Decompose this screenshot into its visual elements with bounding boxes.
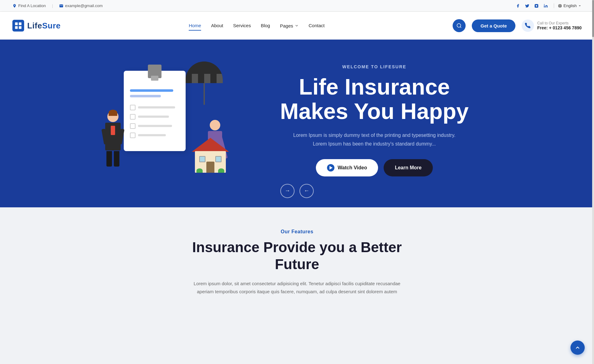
top-bar-left: Find A Location | example@gmail.com [12, 3, 103, 8]
chevron-down-icon [578, 4, 582, 8]
nav-item-contact[interactable]: Contact [309, 23, 325, 28]
logo-icon [12, 20, 24, 32]
svg-point-9 [457, 23, 461, 27]
svg-rect-5 [15, 23, 18, 25]
svg-line-10 [460, 27, 461, 28]
get-quote-button[interactable]: Get a Quote [472, 19, 515, 32]
nav-link-blog[interactable]: Blog [261, 21, 270, 30]
house-door [206, 162, 214, 173]
hero-title: Life Insurance Makes You Happy [254, 75, 495, 124]
features-section: Our Features Insurance Provide you a Bet… [0, 207, 594, 308]
svg-rect-7 [15, 26, 18, 29]
person-left-leg-l [106, 151, 112, 167]
pages-label: Pages [280, 23, 293, 28]
nav-link-contact[interactable]: Contact [309, 21, 325, 30]
features-title-line1: Insurance Provide you a Better [192, 239, 402, 255]
svg-rect-8 [19, 26, 22, 29]
cbtext-1 [138, 106, 175, 108]
clipboard-clip [148, 65, 161, 78]
hero-buttons: Watch Video Learn More [254, 159, 495, 176]
house-roof [192, 138, 229, 152]
hero-inner: WELCOME TO LIFESURE Life Insurance Makes… [80, 40, 514, 207]
house [192, 139, 229, 173]
nav-item-home[interactable]: Home [189, 23, 201, 28]
instagram-icon[interactable] [533, 3, 540, 9]
cbtext-4 [138, 134, 166, 136]
umbrella-canopy [186, 61, 223, 83]
nav-link-services[interactable]: Services [233, 21, 251, 30]
phone-icon-wrap [522, 19, 534, 32]
person-left-body [105, 123, 121, 150]
hero-illustration [99, 61, 241, 179]
call-info: Call to Our Experts Free: + 0123 456 789… [522, 19, 582, 32]
scrollbar-thumb [592, 0, 594, 37]
svg-point-2 [544, 4, 545, 5]
nav-link-home[interactable]: Home [189, 21, 201, 30]
search-button[interactable] [453, 19, 466, 32]
person-left-arm-r [118, 129, 125, 145]
house-window-right [215, 156, 222, 162]
checkbox-2 [130, 114, 136, 120]
cbtext-2 [138, 116, 169, 118]
learn-more-button[interactable]: Learn More [384, 159, 433, 176]
top-bar: Find A Location | example@gmail.com Engl… [0, 0, 594, 12]
features-title: Insurance Provide you a Better Future [12, 239, 582, 273]
globe-icon [558, 4, 562, 8]
person-left-head [107, 111, 118, 122]
call-number: Free: + 0123 456 7890 [537, 25, 582, 30]
cbtext-3 [138, 125, 172, 127]
umbrella [186, 61, 223, 105]
nav-item-services[interactable]: Services [233, 23, 251, 28]
nav-link-pages[interactable]: Pages [280, 22, 299, 30]
search-icon [456, 23, 462, 28]
hero-welcome-label: WELCOME TO LIFESURE [254, 64, 495, 69]
navbar: LifeSure Home About Services Blog Pages … [0, 12, 594, 40]
house-bush-right [218, 168, 224, 173]
scrollbar[interactable] [592, 0, 594, 308]
email-text: example@gmail.com [65, 3, 103, 8]
watch-video-label: Watch Video [338, 165, 367, 171]
hero-section: WELCOME TO LIFESURE Life Insurance Makes… [0, 40, 594, 207]
nav-item-blog[interactable]: Blog [261, 23, 270, 28]
linkedin-icon[interactable] [543, 3, 549, 9]
features-title-line2: Future [275, 256, 319, 272]
logo[interactable]: LifeSure [12, 20, 61, 32]
person-left [102, 111, 124, 173]
carousel-next-button[interactable]: → [280, 184, 295, 198]
facebook-icon[interactable] [515, 3, 521, 9]
hero-title-line2: Makes You Happy [280, 99, 469, 124]
hero-title-line1: Life Insurance [299, 74, 450, 99]
phone-icon [525, 23, 531, 29]
divider: | [52, 3, 53, 8]
nav-menu: Home About Services Blog Pages Contact [189, 22, 325, 30]
illus-line-1 [130, 89, 173, 92]
person-left-leg-r [114, 151, 119, 167]
language-selector[interactable]: English [554, 3, 582, 8]
pages-chevron-icon [295, 23, 299, 28]
location-icon [12, 4, 17, 8]
email-icon [59, 4, 63, 8]
nav-item-pages[interactable]: Pages [280, 22, 299, 30]
nav-item-about[interactable]: About [211, 23, 223, 28]
illus-line-2 [130, 95, 161, 97]
nav-right: Get a Quote Call to Our Experts Free: + … [453, 19, 582, 32]
twitter-icon[interactable] [524, 3, 530, 9]
person-right-head [210, 120, 220, 130]
top-bar-right: English [515, 3, 582, 9]
person-left-hair [109, 110, 117, 116]
logo-text: LifeSure [27, 21, 61, 31]
social-icons [515, 3, 549, 9]
nav-link-about[interactable]: About [211, 21, 223, 30]
checkbox-3 [130, 123, 136, 129]
email-link[interactable]: example@gmail.com [59, 3, 103, 8]
carousel-prev-button[interactable]: ← [299, 184, 314, 198]
person-left-legs [102, 151, 124, 167]
logo-svg [14, 22, 22, 30]
checkbox-1 [130, 105, 136, 110]
umbrella-handle [204, 83, 205, 105]
play-icon [327, 164, 334, 171]
clipboard [124, 71, 186, 151]
watch-video-button[interactable]: Watch Video [316, 159, 378, 176]
find-location-link[interactable]: Find A Location [12, 3, 46, 8]
hero-content: WELCOME TO LIFESURE Life Insurance Makes… [254, 58, 495, 183]
